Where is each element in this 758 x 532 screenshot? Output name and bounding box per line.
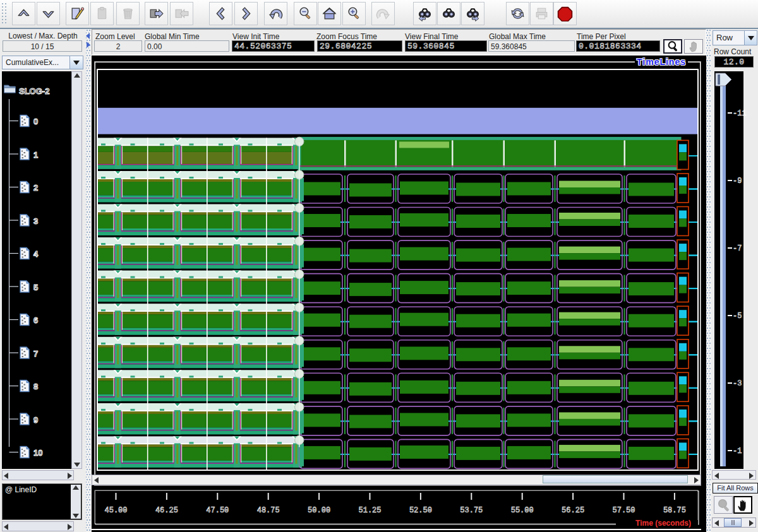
svg-text:5: 5 (33, 283, 38, 292)
svg-text:55.00: 55.00 (511, 506, 534, 515)
svg-text:4: 4 (33, 249, 39, 259)
svg-text:3: 3 (33, 216, 38, 226)
svg-text:47.50: 47.50 (206, 506, 229, 515)
svg-text:-1: -1 (733, 447, 742, 456)
svg-text:56.25: 56.25 (562, 506, 584, 515)
svg-text:SLOG-2: SLOG-2 (19, 86, 49, 96)
svg-text:46.25: 46.25 (155, 506, 178, 515)
svg-text:48.75: 48.75 (257, 506, 280, 515)
svg-text:8: 8 (33, 382, 38, 391)
svg-text:52.50: 52.50 (409, 506, 432, 515)
svg-text:9: 9 (33, 415, 38, 425)
svg-text:58.75: 58.75 (663, 506, 686, 515)
svg-text:1: 1 (33, 150, 38, 160)
svg-text:-9: -9 (733, 177, 742, 186)
svg-text:7: 7 (33, 349, 38, 358)
svg-text:2: 2 (33, 183, 38, 192)
svg-text:6: 6 (33, 316, 38, 325)
svg-text:51.25: 51.25 (358, 506, 381, 515)
svg-text:-5: -5 (733, 312, 742, 321)
svg-text:57.50: 57.50 (612, 506, 635, 515)
svg-text:45.00: 45.00 (104, 506, 127, 515)
svg-text:53.75: 53.75 (460, 506, 483, 515)
svg-text:0: 0 (33, 117, 38, 126)
svg-text:Time (seconds): Time (seconds) (635, 519, 691, 528)
svg-text:-11: -11 (733, 109, 747, 118)
svg-text:50.00: 50.00 (308, 506, 330, 515)
svg-text:-3: -3 (733, 379, 742, 388)
svg-text:-7: -7 (733, 244, 742, 253)
svg-text:10: 10 (33, 448, 42, 458)
